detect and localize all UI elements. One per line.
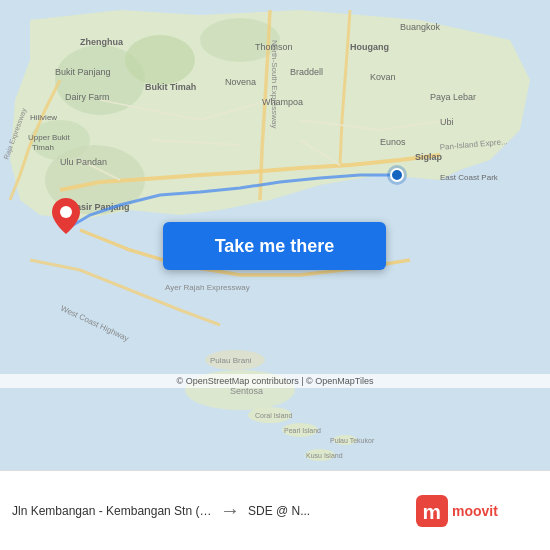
osm-credit: © OpenStreetMap contributors | © OpenMap… <box>0 374 550 388</box>
svg-text:Bukit Timah: Bukit Timah <box>145 82 196 92</box>
origin-dot <box>390 168 404 182</box>
svg-text:Kusu Island: Kusu Island <box>306 452 343 459</box>
svg-text:Pulau Tekukor: Pulau Tekukor <box>330 437 375 444</box>
route-arrow-icon: → <box>220 499 240 522</box>
svg-text:North-South Expressway: North-South Expressway <box>270 40 279 128</box>
svg-text:Whampoa: Whampoa <box>262 97 303 107</box>
moovit-logo: m moovit <box>416 495 498 527</box>
svg-text:Siglap: Siglap <box>415 152 443 162</box>
svg-text:Ulu Pandan: Ulu Pandan <box>60 157 107 167</box>
svg-text:Dairy Farm: Dairy Farm <box>65 92 110 102</box>
svg-text:Eunos: Eunos <box>380 137 406 147</box>
svg-point-3 <box>125 35 195 85</box>
svg-text:Hougang: Hougang <box>350 42 389 52</box>
moovit-logo-icon: m <box>416 495 448 527</box>
moovit-text: moovit <box>452 503 498 519</box>
svg-text:Ubi: Ubi <box>440 117 454 127</box>
route-to-label: SDE @ N... <box>248 504 408 518</box>
svg-text:Zhenghua: Zhenghua <box>80 37 124 47</box>
app-container: Sentosa Pulau Brani Coral Island Pearl I… <box>0 0 550 550</box>
bottom-bar: Jln Kembangan - Kembangan Stn (833... → … <box>0 470 550 550</box>
svg-text:Paya Lebar: Paya Lebar <box>430 92 476 102</box>
svg-text:Buangkok: Buangkok <box>400 22 441 32</box>
take-me-there-button[interactable]: Take me there <box>163 222 386 270</box>
svg-text:Upper Bukit: Upper Bukit <box>28 133 71 142</box>
svg-text:Pulau Brani: Pulau Brani <box>210 356 252 365</box>
map-area: Sentosa Pulau Brani Coral Island Pearl I… <box>0 0 550 470</box>
svg-text:East Coast Park: East Coast Park <box>440 173 499 182</box>
svg-text:m: m <box>422 500 441 523</box>
svg-text:Bukit Panjang: Bukit Panjang <box>55 67 111 77</box>
svg-text:Kovan: Kovan <box>370 72 396 82</box>
destination-pin <box>52 198 80 234</box>
svg-text:Thomson: Thomson <box>255 42 293 52</box>
svg-text:Coral Island: Coral Island <box>255 412 292 419</box>
svg-point-53 <box>60 206 72 218</box>
svg-text:Hillview: Hillview <box>30 113 57 122</box>
svg-text:Timah: Timah <box>32 143 54 152</box>
svg-text:Pearl Island: Pearl Island <box>284 427 321 434</box>
svg-text:Braddell: Braddell <box>290 67 323 77</box>
svg-text:Novena: Novena <box>225 77 256 87</box>
route-from-label: Jln Kembangan - Kembangan Stn (833... <box>12 504 212 518</box>
svg-text:Ayer Rajah Expressway: Ayer Rajah Expressway <box>165 283 250 292</box>
